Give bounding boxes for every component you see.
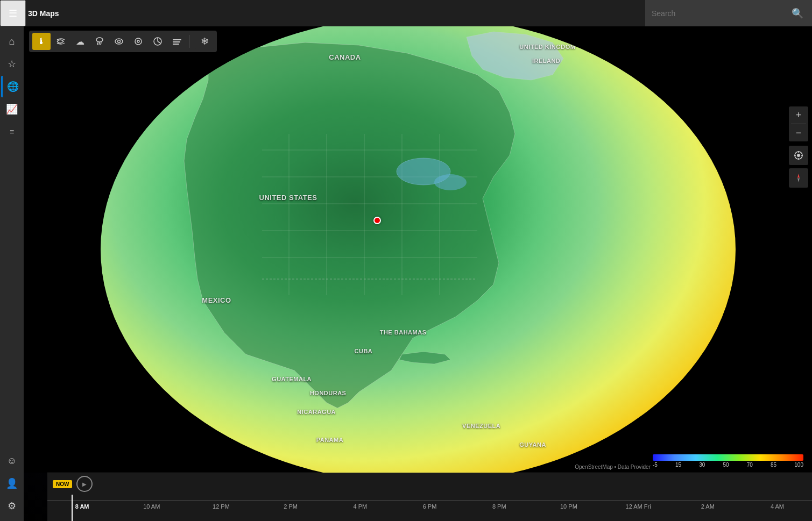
label-canada: CANADA xyxy=(329,53,361,61)
top-bar: ☰ 3D Maps 🔍 xyxy=(0,0,812,26)
time-6pm[interactable]: 6 PM xyxy=(395,503,464,510)
legend-labels: -5 15 30 50 70 85 100 xyxy=(653,462,803,468)
clouds-button[interactable]: ☁ xyxy=(71,33,89,50)
legend-bar xyxy=(653,454,803,461)
label-the-bahamas: THE BAHAMAS xyxy=(380,329,427,336)
search-icon[interactable]: 🔍 xyxy=(789,5,806,22)
svg-point-7 xyxy=(137,40,139,42)
legend-value-4: 50 xyxy=(723,462,729,468)
layers-icon: ≡ xyxy=(10,127,14,136)
zoom-out-button[interactable]: − xyxy=(789,124,808,141)
time-2am[interactable]: 2 AM xyxy=(673,503,743,510)
timeline-track[interactable]: 8 AM 10 AM 12 PM 2 PM 4 PM 6 PM 8 PM 10 … xyxy=(47,495,812,521)
globe-icon: 🌐 xyxy=(7,81,19,92)
sidebar-item-layers[interactable]: ≡ xyxy=(1,121,23,142)
timeline-line xyxy=(47,500,812,501)
svg-line-2 xyxy=(99,42,100,45)
legend-value-6: 85 xyxy=(771,462,776,468)
time-8pm[interactable]: 8 PM xyxy=(464,503,534,510)
star-icon: ☆ xyxy=(8,58,16,70)
map-attribution: OpenStreetMap • Data Provider xyxy=(575,464,651,470)
svg-marker-33 xyxy=(797,174,800,178)
play-button[interactable]: ▶ xyxy=(76,476,93,492)
legend-value-1: -5 xyxy=(653,462,658,468)
svg-point-5 xyxy=(118,40,121,43)
label-united-states: UNITED STATES xyxy=(259,194,317,202)
map-area: CANADA UNITED STATES MEXICO UNITED KINGD… xyxy=(24,26,812,521)
precipitation-button[interactable] xyxy=(90,33,109,50)
svg-point-24 xyxy=(397,158,450,185)
sidebar-item-globe[interactable]: 🌐 xyxy=(1,76,23,97)
timeline-bar: NOW ▶ 8 AM 10 AM 12 PM 2 PM 4 PM 6 PM 8 … xyxy=(47,473,812,521)
sidebar-item-profile[interactable]: ☺ xyxy=(1,450,23,472)
label-guyana: GUYANA xyxy=(519,441,546,448)
sidebar-item-chart[interactable]: 📈 xyxy=(1,98,23,120)
time-10pm[interactable]: 10 PM xyxy=(534,503,603,510)
pin-marker xyxy=(373,217,381,224)
compass-button[interactable] xyxy=(789,168,808,188)
toolbar-divider xyxy=(189,35,189,48)
app-title: 3D Maps xyxy=(26,9,59,18)
label-united-kingdom: UNITED KINGDOM xyxy=(519,44,575,50)
time-4pm[interactable]: 4 PM xyxy=(326,503,395,510)
time-8am[interactable]: 8 AM xyxy=(47,503,117,510)
label-honduras: HONDURAS xyxy=(310,390,347,396)
label-nicaragua: NICARAGUA xyxy=(297,409,336,415)
label-venezuela: VENEZUELA xyxy=(462,423,500,429)
time-12am-fri[interactable]: 12 AM Fri xyxy=(604,503,673,510)
chart-icon: 📈 xyxy=(6,103,18,115)
svg-marker-34 xyxy=(797,178,800,182)
hamburger-button[interactable]: ☰ xyxy=(0,0,26,26)
globe[interactable]: CANADA UNITED STATES MEXICO UNITED KINGD… xyxy=(101,26,736,483)
label-mexico: MEXICO xyxy=(202,296,231,304)
legend-value-5: 70 xyxy=(747,462,753,468)
timeline-top: NOW ▶ xyxy=(47,473,812,495)
sidebar-item-favorites[interactable]: ☆ xyxy=(1,53,23,75)
visibility-button[interactable] xyxy=(110,33,128,50)
svg-point-6 xyxy=(135,38,142,45)
legend-color-gradient xyxy=(653,454,803,461)
time-12pm[interactable]: 12 PM xyxy=(186,503,256,510)
svg-line-10 xyxy=(158,41,160,43)
map-pin[interactable] xyxy=(373,217,382,225)
label-cuba: CUBA xyxy=(355,348,373,354)
wind-button[interactable] xyxy=(52,33,70,50)
zoom-in-button[interactable]: + xyxy=(789,106,808,124)
label-guatemala: GUATEMALA xyxy=(272,376,312,382)
snowflake-button[interactable]: ❄ xyxy=(195,33,214,50)
svg-point-4 xyxy=(115,39,123,44)
left-sidebar: ⌂ ☆ 🌐 📈 ≡ ☺ 👤 ⚙ xyxy=(0,26,24,521)
zoom-control: + − xyxy=(789,106,808,141)
now-badge: NOW xyxy=(53,480,72,488)
search-container: 🔍 xyxy=(645,0,812,26)
sidebar-item-account[interactable]: 👤 xyxy=(1,473,23,494)
sidebar-item-settings[interactable]: ⚙ xyxy=(1,495,23,517)
legend-value-2: 15 xyxy=(675,462,681,468)
temperature-button[interactable]: 🌡 xyxy=(32,33,51,50)
svg-rect-13 xyxy=(173,44,179,45)
time-10am[interactable]: 10 AM xyxy=(117,503,186,510)
legend-value-3: 30 xyxy=(699,462,705,468)
radar-button[interactable] xyxy=(168,33,186,50)
location-button[interactable] xyxy=(789,146,808,165)
svg-point-28 xyxy=(797,154,800,157)
svg-line-3 xyxy=(101,42,101,45)
play-icon: ▶ xyxy=(82,481,87,487)
svg-point-0 xyxy=(96,38,103,42)
svg-rect-12 xyxy=(173,41,180,42)
wind2-button[interactable] xyxy=(149,33,167,50)
time-4am[interactable]: 4 AM xyxy=(743,503,812,510)
sidebar-item-home[interactable]: ⌂ xyxy=(1,31,23,52)
timeline-labels: 8 AM 10 AM 12 PM 2 PM 4 PM 6 PM 8 PM 10 … xyxy=(47,503,812,510)
temperature-legend: -5 15 30 50 70 85 100 xyxy=(648,452,808,470)
right-controls: + − xyxy=(785,53,812,191)
weather-toolbar: 🌡 ☁ xyxy=(29,31,217,52)
label-panama: PANAMA xyxy=(316,437,343,443)
globe-container[interactable]: CANADA UNITED STATES MEXICO UNITED KINGD… xyxy=(24,26,812,473)
svg-line-1 xyxy=(97,42,98,45)
svg-rect-11 xyxy=(173,39,181,40)
time-2pm[interactable]: 2 PM xyxy=(256,503,326,510)
pressure-button[interactable] xyxy=(129,33,147,50)
search-input[interactable] xyxy=(652,9,789,18)
legend-value-7: 100 xyxy=(794,462,803,468)
